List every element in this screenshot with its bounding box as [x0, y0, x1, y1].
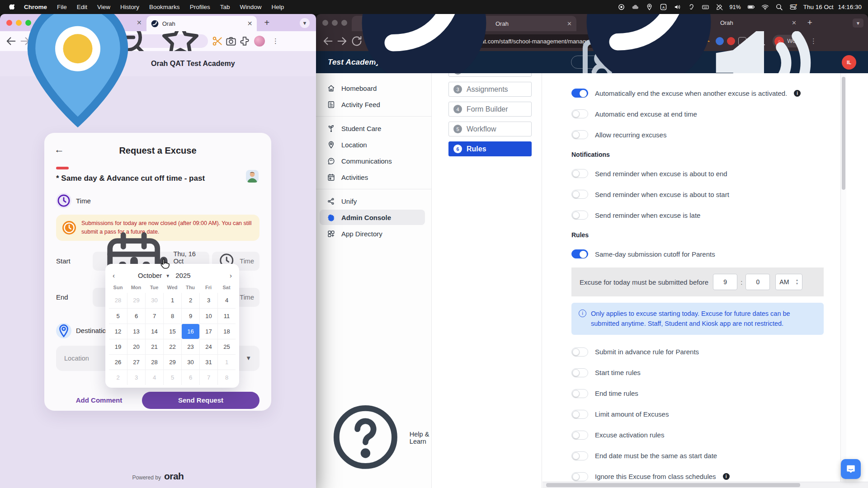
calendar-day[interactable]: 14: [145, 324, 163, 339]
calendar-day[interactable]: 4: [217, 293, 236, 308]
sidebar-item-activities[interactable]: Activities: [316, 169, 425, 185]
sidebar-item-admin-console[interactable]: Admin Console: [320, 210, 425, 225]
scissors-extension-icon[interactable]: [212, 35, 223, 47]
step-partial[interactable]: [448, 73, 532, 77]
cutoff-minute-input[interactable]: 0: [745, 274, 770, 290]
calendar-day-selected[interactable]: 16: [181, 324, 199, 339]
menu-view[interactable]: View: [92, 4, 115, 10]
info-icon[interactable]: i: [723, 473, 730, 480]
calendar-day[interactable]: 3: [199, 293, 217, 308]
menu-file[interactable]: File: [52, 4, 72, 10]
calendar-day[interactable]: 30: [145, 293, 163, 308]
sidebar-item-activity-feed[interactable]: Activity Feed: [316, 97, 425, 112]
menu-edit[interactable]: Edit: [72, 4, 92, 10]
menu-clock[interactable]: Thu 16 Oct14:16:30: [803, 4, 862, 10]
tab-search-chevron[interactable]: ▼: [853, 19, 863, 28]
step-form-builder[interactable]: 4Form Builder: [448, 102, 532, 117]
toggle-off[interactable]: [571, 130, 588, 139]
chrome-menu-icon[interactable]: ⋮: [269, 37, 283, 45]
forward-icon[interactable]: [336, 35, 349, 47]
calendar-day[interactable]: 4: [145, 370, 163, 385]
toggle-off[interactable]: [571, 431, 588, 440]
calendar-day[interactable]: 15: [163, 324, 181, 339]
menu-window[interactable]: Window: [235, 4, 266, 10]
toggle-off[interactable]: [571, 410, 588, 419]
calendar-day[interactable]: 11: [217, 308, 236, 324]
sidebar-item-homeboard[interactable]: Homeboard: [316, 80, 425, 96]
close-tab-icon[interactable]: ✕: [792, 19, 797, 26]
calendar-day[interactable]: 29: [163, 354, 181, 370]
close-tab-icon[interactable]: ✕: [567, 20, 572, 27]
menu-profiles[interactable]: Profiles: [185, 4, 215, 10]
step-workflow[interactable]: 5Workflow: [448, 122, 532, 136]
browser-tab-active[interactable]: Orah ✕: [146, 16, 257, 31]
sidebar-item-app-directory[interactable]: App Directory: [316, 226, 425, 241]
menu-history[interactable]: History: [115, 4, 144, 10]
minimize-window-button[interactable]: [332, 20, 338, 26]
calendar-day[interactable]: 30: [181, 354, 199, 370]
step-assignments[interactable]: 3Assignments: [448, 82, 532, 97]
volume-icon[interactable]: [674, 3, 681, 11]
toggle-off[interactable]: [571, 389, 588, 398]
calendar-day[interactable]: 9: [181, 308, 199, 324]
toggle-off[interactable]: [571, 368, 588, 377]
calendar-day[interactable]: 7: [145, 308, 163, 324]
add-comment-button[interactable]: Add Comment: [56, 396, 142, 404]
menu-help[interactable]: Help: [266, 4, 289, 10]
calendar-day[interactable]: 20: [127, 339, 145, 354]
calendar-day[interactable]: 6: [181, 370, 199, 385]
menu-chrome[interactable]: Chrome: [19, 4, 52, 10]
calendar-day[interactable]: 12: [109, 324, 127, 339]
calendar-day[interactable]: 18: [217, 324, 236, 339]
menu-bookmarks[interactable]: Bookmarks: [144, 4, 185, 10]
wifi-icon[interactable]: [761, 3, 769, 11]
toggle-off[interactable]: [571, 472, 588, 481]
camera-extension-icon[interactable]: [225, 35, 237, 47]
browser-tab-active[interactable]: Orah ✕: [352, 16, 576, 31]
calendar-year[interactable]: 2025: [175, 272, 190, 279]
close-window-button[interactable]: [322, 20, 328, 26]
calendar-day[interactable]: 7: [199, 370, 217, 385]
sidebar-item-unify[interactable]: Unify: [316, 193, 425, 209]
sidebar-item-communications[interactable]: Communications: [316, 153, 425, 169]
month-dropdown-chevron[interactable]: ▼: [165, 273, 170, 278]
chrome-profile-avatar[interactable]: [254, 36, 265, 47]
apple-menu-icon[interactable]: [9, 4, 16, 11]
close-tab-icon[interactable]: ✕: [247, 20, 253, 27]
toggle-off[interactable]: [571, 451, 588, 460]
calendar-day[interactable]: 28: [109, 293, 127, 308]
toggle-on[interactable]: [571, 89, 588, 98]
location-services-icon[interactable]: [646, 3, 653, 11]
zoom-window-button[interactable]: [341, 20, 347, 26]
calendar-day[interactable]: 25: [217, 339, 236, 354]
chat-bubble-button[interactable]: [841, 459, 861, 479]
toggle-on[interactable]: [571, 249, 588, 258]
pencil-disabled-icon[interactable]: [716, 3, 723, 11]
calendar-day[interactable]: 19: [109, 339, 127, 354]
cloud-icon[interactable]: [632, 3, 639, 11]
input-source-icon[interactable]: A: [660, 3, 667, 11]
vertical-scrollbar[interactable]: [840, 73, 846, 488]
screen-record-icon[interactable]: [618, 3, 625, 11]
spotlight-icon[interactable]: [775, 3, 783, 11]
toggle-off[interactable]: [571, 109, 588, 118]
calendar-day[interactable]: 21: [145, 339, 163, 354]
calendar-day[interactable]: 24: [199, 339, 217, 354]
calendar-day[interactable]: 10: [199, 308, 217, 324]
calendar-day[interactable]: 22: [163, 339, 181, 354]
calendar-day[interactable]: 1: [163, 293, 181, 308]
calendar-day[interactable]: 3: [127, 370, 145, 385]
toggle-off[interactable]: [571, 190, 588, 199]
toggle-off[interactable]: [571, 347, 588, 357]
user-avatar[interactable]: IL: [842, 55, 856, 70]
calendar-day[interactable]: 2: [109, 370, 127, 385]
sidebar-item-student-care[interactable]: Student Care: [316, 121, 425, 136]
calendar-day[interactable]: 8: [163, 308, 181, 324]
calendar-day[interactable]: 27: [127, 354, 145, 370]
new-tab-button[interactable]: +: [801, 18, 819, 28]
menu-tab[interactable]: Tab: [215, 4, 235, 10]
control-center-icon[interactable]: [789, 3, 797, 11]
calendar-day[interactable]: 1: [217, 354, 236, 370]
browser-tab[interactable]: Orah ✕: [576, 14, 801, 31]
step-rules[interactable]: 6Rules: [448, 141, 532, 156]
